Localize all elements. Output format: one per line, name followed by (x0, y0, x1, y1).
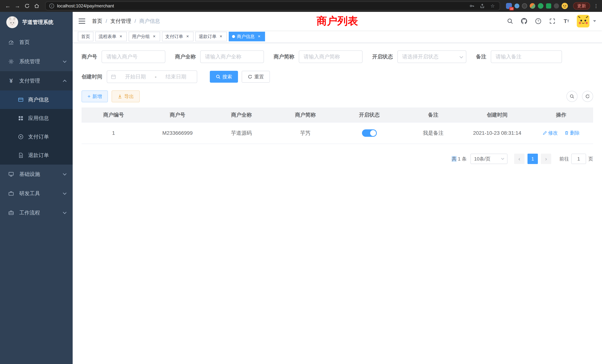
password-key-icon[interactable] (469, 3, 475, 9)
card-icon (17, 97, 24, 103)
cell-merchant-id: 1 (82, 122, 146, 144)
tab-home[interactable]: 首页 (78, 32, 93, 41)
share-icon[interactable] (479, 3, 486, 9)
edit-link[interactable]: 修改 (543, 130, 558, 136)
table-row: 1 M233666999 芋道源码 芋艿 我是备注 2021-10-23 08:… (82, 122, 593, 144)
help-icon[interactable]: ? (535, 17, 542, 25)
full-name-input[interactable] (200, 50, 264, 63)
sidebar-item-payment[interactable]: ¥ 支付管理 (0, 71, 73, 90)
tab-merchant-info[interactable]: 商户信息 × (229, 32, 265, 41)
status-toggle[interactable] (362, 129, 377, 137)
extension-icon-3[interactable] (522, 3, 527, 9)
sidebar-toggle-icon[interactable] (79, 19, 85, 24)
dashboard-icon (7, 39, 15, 45)
page-number-1[interactable]: 1 (527, 154, 538, 164)
sidebar-item-home[interactable]: 首页 (0, 33, 73, 52)
breadcrumb-separator: / (135, 18, 136, 24)
tab-close-icon[interactable]: × (218, 34, 224, 39)
browser-update-label: 更新 (577, 3, 586, 9)
cell-status (337, 122, 401, 144)
sidebar-item-label: 基础设施 (19, 171, 40, 178)
plus-icon: + (87, 94, 90, 99)
tab-refund-order[interactable]: 退款订单 × (195, 32, 227, 41)
toggle-search-icon-button[interactable] (566, 91, 578, 102)
refresh-table-icon-button[interactable] (582, 91, 593, 102)
extension-icon-4[interactable] (530, 3, 535, 9)
extension-icon-1[interactable]: 10 (506, 3, 512, 9)
next-page-button[interactable]: › (541, 154, 551, 164)
sidebar-item-app-info[interactable]: 应用信息 (0, 109, 73, 128)
sidebar-item-merchant-info[interactable]: 商户信息 (0, 90, 73, 109)
app-logo[interactable]: 芋道管理系统 (0, 12, 73, 33)
browser-toolbar: ← → i localhost:1024/pay/merchant ☆ 10 (0, 0, 602, 12)
sidebar-item-workflow[interactable]: 工作流程 (0, 203, 73, 222)
add-button[interactable]: + 新增 (82, 90, 108, 102)
prev-page-button[interactable]: ‹ (514, 154, 525, 164)
profile-avatar-icon[interactable] (562, 3, 568, 9)
short-name-input[interactable] (299, 50, 363, 63)
reset-button[interactable]: 重置 (242, 71, 270, 83)
status-select[interactable] (397, 50, 466, 63)
sidebar-item-infrastructure[interactable]: 基础设施 (0, 165, 73, 184)
tab-close-icon[interactable]: × (257, 34, 262, 39)
browser-menu-icon[interactable]: ⋮ (593, 3, 599, 9)
page-info-icon[interactable]: i (49, 3, 54, 8)
browser-update-button[interactable]: 更新 (573, 2, 590, 10)
browser-home-icon[interactable] (32, 1, 42, 11)
date-end-placeholder: 结束日期 (159, 73, 193, 80)
pagination-total: 共 1 条 (452, 156, 467, 162)
bookmark-star-icon[interactable]: ☆ (489, 3, 496, 9)
browser-back-icon[interactable]: ← (3, 1, 13, 11)
fullscreen-icon[interactable] (549, 17, 556, 25)
user-avatar[interactable] (577, 15, 589, 27)
search-button[interactable]: 搜索 (210, 71, 238, 83)
avatar-caret-icon[interactable] (593, 20, 596, 22)
tab-close-icon[interactable]: × (185, 34, 190, 39)
sidebar-item-label: 系统管理 (19, 58, 40, 65)
tab-user-group[interactable]: 用户分组 × (129, 32, 160, 41)
col-merchant-id: 商户编号 (82, 107, 146, 122)
calendar-icon (111, 74, 116, 79)
delete-link[interactable]: 删除 (564, 130, 580, 136)
pagination-total-prefix: 共 (452, 156, 456, 162)
col-short-name: 商户简称 (273, 107, 337, 122)
sidebar: 芋道管理系统 首页 系统管理 ¥ 支付管理 (0, 12, 73, 364)
chevron-down-icon (63, 172, 66, 175)
tab-pay-order[interactable]: 支付订单 × (162, 32, 194, 41)
tab-process-form[interactable]: 流程表单 × (95, 32, 127, 41)
screen: ← → i localhost:1024/pay/merchant ☆ 10 (0, 0, 602, 364)
create-time-label: 创建时间 (82, 73, 102, 80)
search-icon[interactable] (506, 17, 514, 25)
sidebar-item-dev-tools[interactable]: 研发工具 (0, 184, 73, 203)
table-header-row: 商户编号 商户号 商户全称 商户简称 开启状态 备注 创建时间 操作 (82, 107, 593, 122)
browser-forward-icon[interactable]: → (13, 1, 22, 11)
tab-close-icon[interactable]: × (118, 34, 123, 39)
goto-page-input[interactable] (571, 154, 586, 164)
remark-input[interactable] (491, 50, 562, 63)
sidebar-item-pay-order[interactable]: 支付订单 (0, 128, 73, 146)
font-size-icon[interactable]: TT (563, 17, 570, 25)
breadcrumb-payment[interactable]: 支付管理 (110, 18, 131, 25)
tab-label: 商户信息 (237, 33, 255, 40)
extension-icon-5[interactable] (538, 3, 543, 9)
create-time-range-picker[interactable]: 开始日期 - 结束日期 (107, 70, 197, 83)
extension-icon-2[interactable] (515, 3, 519, 8)
extension-icon-6[interactable] (546, 3, 551, 9)
breadcrumb-home[interactable]: 首页 (92, 18, 102, 25)
cell-actions: 修改 删除 (529, 122, 593, 144)
address-bar[interactable]: i localhost:1024/pay/merchant ☆ (45, 1, 500, 10)
sidebar-item-refund-order[interactable]: 退款订单 (0, 146, 73, 165)
extension-icon-7[interactable] (554, 3, 559, 9)
workflow-icon (7, 210, 15, 216)
export-button[interactable]: 导出 (112, 90, 140, 102)
page-size-select[interactable]: 10条/页 (470, 154, 507, 164)
browser-reload-icon[interactable] (22, 1, 32, 11)
github-icon[interactable] (520, 17, 528, 25)
merchant-no-input[interactable] (102, 50, 165, 63)
pagination: 共 1 条 10条/页 ‹ 1 › 前往 页 (82, 154, 593, 164)
short-name-label: 商户简称 (274, 53, 294, 60)
logo-avatar (6, 16, 19, 29)
page-unit-label: 页 (588, 156, 593, 162)
tab-close-icon[interactable]: × (152, 34, 157, 39)
sidebar-item-system[interactable]: 系统管理 (0, 52, 73, 71)
